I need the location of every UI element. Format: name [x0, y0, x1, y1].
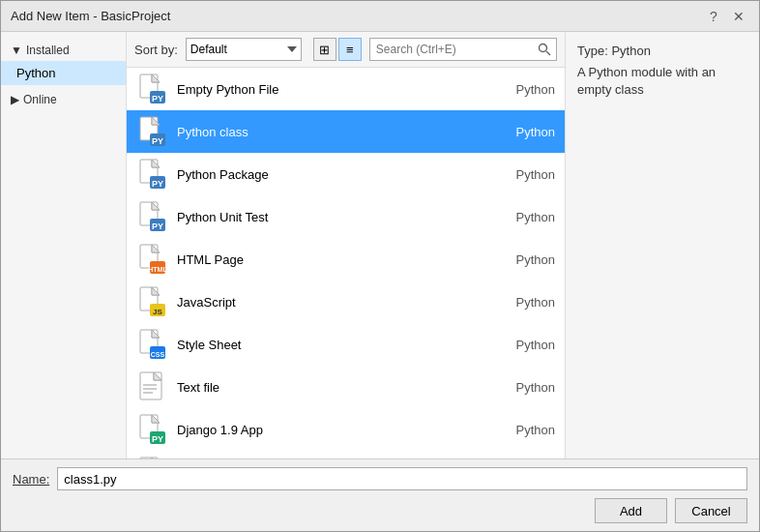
item-name: Text file	[177, 380, 487, 395]
svg-text:HTML: HTML	[148, 266, 165, 273]
svg-text:PY: PY	[152, 94, 163, 103]
sortby-label: Sort by:	[134, 43, 178, 57]
svg-text:CSS: CSS	[151, 351, 165, 358]
item-name: Python Package	[177, 167, 487, 182]
style-sheet-icon: CSS	[136, 329, 167, 360]
title-bar: Add New Item - BasicProject ? ✕	[1, 1, 759, 32]
sidebar-python-label: Python	[16, 66, 55, 80]
dialog-window: Add New Item - BasicProject ? ✕ ▼ Instal…	[0, 0, 760, 532]
python-package-icon: PY	[136, 159, 167, 190]
items-panel: Sort by: Default Name Type ⊞ ≡	[127, 32, 566, 458]
sortby-select[interactable]: Default Name Type	[186, 38, 302, 61]
svg-point-0	[540, 44, 547, 52]
list-item[interactable]: PY Python classPython	[127, 110, 565, 153]
name-row: Name:	[13, 467, 747, 490]
python-unit-test-icon: PY	[136, 201, 167, 232]
item-name: Python Unit Test	[177, 210, 487, 224]
item-type: Python	[497, 167, 555, 182]
info-type-value: Python	[611, 44, 650, 58]
help-button[interactable]: ?	[703, 6, 724, 27]
django-app-icon: PY	[136, 414, 167, 445]
info-type-row: Type: Python	[577, 44, 747, 58]
installed-arrow: ▼	[11, 44, 22, 57]
window-title: Add New Item - BasicProject	[11, 9, 170, 23]
name-label: Name:	[13, 472, 49, 487]
svg-text:PY: PY	[152, 222, 163, 231]
item-name: Style Sheet	[177, 338, 487, 352]
item-type: Python	[497, 295, 555, 310]
view-toggle: ⊞ ≡	[313, 38, 362, 61]
list-item[interactable]: PY Empty Python FilePython	[127, 68, 565, 110]
item-type: Python	[497, 338, 555, 352]
item-type: Python	[497, 252, 555, 267]
title-buttons: ? ✕	[703, 6, 749, 27]
item-name: JavaScript	[177, 295, 487, 310]
item-name: Python class	[177, 125, 487, 139]
list-item[interactable]: PY Django 1.9 AppPython	[127, 408, 565, 451]
installed-label: Installed	[26, 44, 70, 57]
javascript-icon: JS	[136, 286, 167, 317]
cancel-button[interactable]: Cancel	[675, 498, 747, 523]
list-item[interactable]: CSS Style SheetPython	[127, 323, 565, 366]
sidebar: ▼ Installed Python ▶ Online	[1, 32, 127, 458]
close-button[interactable]: ✕	[728, 6, 749, 27]
online-label: Online	[23, 93, 57, 106]
name-input[interactable]	[57, 467, 747, 490]
svg-text:PY: PY	[152, 136, 163, 146]
installed-section[interactable]: ▼ Installed	[1, 40, 126, 61]
action-row: Add Cancel	[13, 498, 747, 523]
item-type: Python	[497, 82, 555, 97]
online-section[interactable]: ▶ Online	[1, 89, 126, 110]
item-type: Python	[497, 210, 555, 224]
svg-text:PY: PY	[152, 179, 163, 189]
item-type: Python	[497, 380, 555, 395]
list-item[interactable]: HTML HTML PagePython	[127, 238, 565, 281]
list-view-button[interactable]: ≡	[338, 38, 362, 61]
info-panel: Type: Python A Python module with an emp…	[566, 32, 759, 458]
list-item[interactable]: JS JavaScriptPython	[127, 281, 565, 323]
list-item[interactable]: Text filePython	[127, 366, 565, 408]
info-type-label: Type:	[577, 44, 611, 58]
svg-line-1	[546, 51, 550, 55]
online-arrow: ▶	[11, 93, 19, 106]
toolbar: Sort by: Default Name Type ⊞ ≡	[127, 32, 565, 68]
svg-text:PY: PY	[152, 434, 163, 444]
bottom-bar: Name: Add Cancel	[1, 458, 759, 531]
item-name: Django 1.9 App	[177, 423, 487, 437]
list-item[interactable]: PY Python PackagePython	[127, 153, 565, 195]
sidebar-item-python[interactable]: Python	[1, 61, 126, 85]
svg-text:JS: JS	[153, 308, 162, 316]
list-item[interactable]: PY Python Unit TestPython	[127, 195, 565, 238]
add-button[interactable]: Add	[595, 498, 667, 523]
grid-view-button[interactable]: ⊞	[313, 38, 336, 61]
list-item[interactable]: PY IronPython WPF WindowPython	[127, 451, 565, 458]
item-name: Empty Python File	[177, 82, 487, 97]
search-box	[369, 38, 557, 61]
html-page-icon: HTML	[136, 244, 167, 275]
python-class-icon: PY	[136, 116, 167, 147]
empty-python-file-icon: PY	[136, 74, 167, 104]
search-input[interactable]	[370, 39, 533, 60]
search-icon	[538, 43, 551, 56]
text-file-icon	[136, 371, 167, 402]
items-list: PY Empty Python FilePython PY Python cla…	[127, 68, 565, 458]
item-type: Python	[497, 125, 555, 139]
main-content: ▼ Installed Python ▶ Online Sort by: Def…	[1, 32, 759, 458]
search-button[interactable]	[533, 38, 556, 61]
item-name: HTML Page	[177, 252, 487, 267]
info-description: A Python module with an empty class	[577, 64, 747, 99]
item-type: Python	[497, 423, 555, 437]
